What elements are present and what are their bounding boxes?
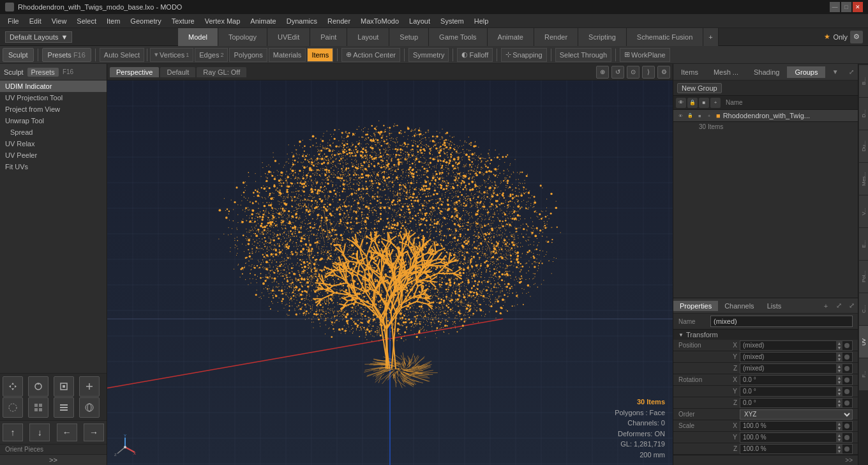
pos-z-down[interactable]: ▼ <box>836 369 842 373</box>
scale-x-arrows[interactable]: ▲ ▼ <box>836 422 842 431</box>
auto-select-button[interactable]: Auto Select <box>100 48 144 62</box>
scale-x-field[interactable]: 100.0 % ▲ ▼ <box>740 421 853 431</box>
props-expand-button[interactable]: ⤢ <box>832 300 845 312</box>
edges-button[interactable]: Edges 2 <box>195 48 228 62</box>
rtab-groups[interactable]: Groups <box>787 66 825 78</box>
position-y-arrows[interactable]: ▲ ▼ <box>836 353 842 362</box>
tool-icon-grid[interactable] <box>28 397 49 418</box>
ss-btn-uv[interactable]: UV <box>859 326 868 358</box>
pos-x-down[interactable]: ▼ <box>836 346 842 350</box>
maximize-button[interactable]: □ <box>841 2 851 12</box>
scale-z-field[interactable]: 100.0 % ▲ ▼ <box>740 444 853 454</box>
action-center-button[interactable]: ⊕ Action Center <box>341 48 400 62</box>
menu-render[interactable]: Render <box>322 16 355 26</box>
order-select[interactable]: XYZ XZY YXZ YZX ZXY ZYX <box>740 409 853 420</box>
gh-sel-icon[interactable]: + <box>710 98 721 108</box>
rot-y-up[interactable]: ▲ <box>836 387 842 392</box>
tool-icon-rotate[interactable] <box>28 376 49 397</box>
close-button[interactable]: ✕ <box>853 2 863 12</box>
presets-small-button[interactable]: Presets <box>27 68 59 77</box>
tab-topology[interactable]: Topology <box>218 28 267 46</box>
tab-layout[interactable]: Layout <box>347 28 389 46</box>
pos-x-up[interactable]: ▲ <box>836 341 842 346</box>
ss-btn-v[interactable]: V... <box>859 195 868 227</box>
rotation-z-field[interactable]: 0.0 ° ▲ ▼ <box>740 398 853 408</box>
tab-model[interactable]: Model <box>178 28 218 46</box>
gh-lock-icon[interactable]: 🔒 <box>687 98 698 108</box>
sculpt-button[interactable]: Sculpt <box>3 48 34 62</box>
props-fullscreen-button[interactable]: ⤢ <box>845 300 858 312</box>
vp-zoom-button[interactable]: ⊙ <box>627 66 640 79</box>
presets-button[interactable]: Presets F16 <box>42 48 91 62</box>
position-x-arrows[interactable]: ▲ ▼ <box>836 341 842 350</box>
position-y-field[interactable]: (mixed) ▲ ▼ <box>740 352 853 362</box>
vp-frame-button[interactable]: ⊕ <box>596 66 609 79</box>
rotation-y-field[interactable]: 0.0 ° ▲ ▼ <box>740 386 853 397</box>
rot-x-up[interactable]: ▲ <box>836 376 842 380</box>
tool-spread[interactable]: Spread <box>0 126 107 138</box>
minimize-button[interactable]: — <box>830 2 840 12</box>
tab-paint[interactable]: Paint <box>310 28 347 46</box>
arrow-down-button[interactable]: ↓ <box>29 423 50 441</box>
rtab-items[interactable]: Items <box>673 66 706 78</box>
tab-schematic-fusion[interactable]: Schematic Fusion <box>627 28 703 46</box>
vp-settings-button[interactable]: ⚙ <box>657 66 670 79</box>
ss-btn-d[interactable]: D... <box>859 98 868 130</box>
menu-help[interactable]: Help <box>469 16 494 26</box>
new-group-button[interactable]: New Group <box>677 83 722 93</box>
menu-item[interactable]: Item <box>101 16 125 26</box>
menu-animate[interactable]: Animate <box>245 16 281 26</box>
position-z-field[interactable]: (mixed) ▲ ▼ <box>740 363 853 374</box>
menu-texture[interactable]: Texture <box>167 16 200 26</box>
vertices-button[interactable]: ▾ Vertices 1 <box>150 48 193 62</box>
tool-udim-indicator[interactable]: UDIM Indicator <box>0 80 107 92</box>
group-item-rhododendron[interactable]: 👁 🔒 ■ + ■ Rhododendron_with_Twig... <box>673 110 858 122</box>
rot-z-up[interactable]: ▲ <box>836 399 842 403</box>
ptab-properties[interactable]: Properties <box>673 301 718 311</box>
position-x-field[interactable]: (mixed) ▲ ▼ <box>740 340 853 351</box>
more-button[interactable]: >> <box>0 454 107 465</box>
items-button[interactable]: Items <box>307 48 333 62</box>
arrow-up-button[interactable]: ↑ <box>3 423 23 441</box>
tool-project-from-view[interactable]: Project from View <box>0 103 107 115</box>
rot-x-down[interactable]: ▼ <box>836 380 842 385</box>
snapping-button[interactable]: ⊹ Snapping <box>501 48 547 62</box>
tab-scripting[interactable]: Scripting <box>578 28 627 46</box>
menu-edit[interactable]: Edit <box>24 16 47 26</box>
tool-fit-uvs[interactable]: Fit UVs <box>0 161 107 172</box>
rotation-y-arrows[interactable]: ▲ ▼ <box>836 387 842 396</box>
symmetry-button[interactable]: Symmetry <box>408 48 449 62</box>
right-panel-expand[interactable]: ▼ <box>829 66 842 79</box>
tool-unwrap[interactable]: Unwrap Tool <box>0 115 107 126</box>
ss-btn-pol[interactable]: Pol... <box>859 261 868 293</box>
rotation-z-arrows[interactable]: ▲ ▼ <box>836 399 842 408</box>
materials-button[interactable]: Materials <box>269 48 306 62</box>
rot-z-down[interactable]: ▼ <box>836 403 842 408</box>
viewport[interactable]: Perspective Default Ray GL: Off ⊕ ↺ ⊙ ⟩ … <box>107 64 673 465</box>
position-z-arrows[interactable]: ▲ ▼ <box>836 364 842 373</box>
tab-animate[interactable]: Animate <box>488 28 534 46</box>
scale-z-arrows[interactable]: ▲ ▼ <box>836 445 842 454</box>
gi-render[interactable]: ■ <box>695 111 704 120</box>
menu-dynamics[interactable]: Dynamics <box>281 16 322 26</box>
tool-uv-relax[interactable]: UV Relax <box>0 138 107 149</box>
tab-render[interactable]: Render <box>534 28 578 46</box>
gi-eye[interactable]: 👁 <box>676 111 685 120</box>
menu-maxtoModo[interactable]: MaxToModo <box>355 16 404 26</box>
sc-z-down[interactable]: ▼ <box>836 449 842 454</box>
sc-y-down[interactable]: ▼ <box>836 438 842 442</box>
pos-z-up[interactable]: ▲ <box>836 364 842 369</box>
tab-uvedit[interactable]: UVEdit <box>267 28 310 46</box>
star-only[interactable]: ★ Only <box>824 33 848 41</box>
tool-uv-projection[interactable]: UV Projection Tool <box>0 92 107 103</box>
tool-icon-transform[interactable] <box>79 376 100 397</box>
tab-game-tools[interactable]: Game Tools <box>429 28 488 46</box>
select-through-button[interactable]: Select Through <box>555 48 611 62</box>
ss-btn-b[interactable]: B... <box>859 65 868 97</box>
right-panel-fullscreen[interactable]: ⤢ <box>845 66 858 79</box>
tool-icon-rows[interactable] <box>54 397 74 418</box>
sc-x-up[interactable]: ▲ <box>836 422 842 426</box>
pos-y-down[interactable]: ▼ <box>836 357 842 362</box>
tab-add[interactable]: + <box>703 28 718 46</box>
polygons-button[interactable]: Polygons <box>229 48 267 62</box>
